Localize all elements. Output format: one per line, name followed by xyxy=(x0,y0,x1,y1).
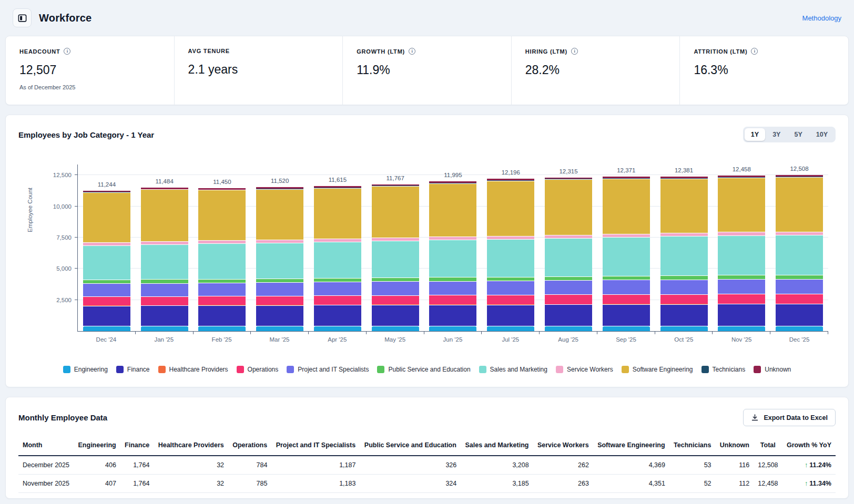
bar-segment-operations[interactable] xyxy=(372,295,419,305)
bar-segment-project-and-it-specialists[interactable] xyxy=(487,281,534,295)
stacked-bar-nov--25[interactable] xyxy=(718,176,765,331)
stacked-bar-jun--25[interactable] xyxy=(429,181,476,331)
bar-segment-operations[interactable] xyxy=(141,296,188,305)
bar-segment-software-engineering[interactable] xyxy=(314,188,361,239)
stacked-bar-mar--25[interactable] xyxy=(256,187,303,331)
range-button-5y[interactable]: 5Y xyxy=(788,128,808,141)
export-excel-button[interactable]: Export Data to Excel xyxy=(743,409,836,426)
bar-segment-operations[interactable] xyxy=(83,296,130,305)
bar-segment-operations[interactable] xyxy=(429,295,476,304)
bar-segment-public-service-and-education[interactable] xyxy=(487,277,534,281)
legend-item-project-and-it-specialists[interactable]: Project and IT Specialists xyxy=(287,366,369,373)
bar-segment-engineering[interactable] xyxy=(198,326,246,331)
info-icon[interactable]: i xyxy=(409,48,415,55)
stacked-bar-jul--25[interactable] xyxy=(487,179,534,331)
range-button-1y[interactable]: 1Y xyxy=(745,128,765,141)
bar-segment-public-service-and-education[interactable] xyxy=(545,276,592,281)
bar-segment-finance[interactable] xyxy=(776,304,823,326)
bar-segment-project-and-it-specialists[interactable] xyxy=(141,283,188,296)
legend-item-public-service-and-education[interactable]: Public Service and Education xyxy=(377,366,470,373)
bar-segment-finance[interactable] xyxy=(603,304,650,326)
bar-segment-public-service-and-education[interactable] xyxy=(141,279,188,283)
bar-segment-project-and-it-specialists[interactable] xyxy=(83,283,130,296)
bar-segment-engineering[interactable] xyxy=(372,326,419,331)
bar-segment-project-and-it-specialists[interactable] xyxy=(776,279,823,294)
bar-segment-engineering[interactable] xyxy=(429,326,476,331)
legend-item-finance[interactable]: Finance xyxy=(116,366,150,373)
bar-segment-finance[interactable] xyxy=(141,305,188,325)
bar-segment-public-service-and-education[interactable] xyxy=(198,279,246,283)
bar-segment-sales-and-marketing[interactable] xyxy=(718,235,765,275)
bar-segment-operations[interactable] xyxy=(660,294,708,304)
bar-segment-sales-and-marketing[interactable] xyxy=(487,239,534,277)
legend-item-operations[interactable]: Operations xyxy=(237,366,279,373)
bar-segment-operations[interactable] xyxy=(545,294,592,304)
bar-segment-operations[interactable] xyxy=(198,296,246,305)
bar-segment-sales-and-marketing[interactable] xyxy=(198,243,246,279)
bar-segment-software-engineering[interactable] xyxy=(198,190,246,240)
bar-segment-finance[interactable] xyxy=(83,306,130,326)
bar-segment-operations[interactable] xyxy=(314,295,361,304)
bar-segment-finance[interactable] xyxy=(487,305,534,326)
bar-segment-software-engineering[interactable] xyxy=(603,179,650,234)
bar-segment-project-and-it-specialists[interactable] xyxy=(718,279,765,294)
bar-segment-sales-and-marketing[interactable] xyxy=(603,237,650,276)
bar-segment-engineering[interactable] xyxy=(256,326,303,331)
bar-segment-software-engineering[interactable] xyxy=(83,192,130,242)
bar-segment-finance[interactable] xyxy=(429,305,476,326)
bar-segment-project-and-it-specialists[interactable] xyxy=(256,282,303,296)
bar-segment-public-service-and-education[interactable] xyxy=(429,277,476,281)
bar-segment-engineering[interactable] xyxy=(141,326,188,331)
bar-segment-engineering[interactable] xyxy=(776,326,823,331)
bar-segment-sales-and-marketing[interactable] xyxy=(429,240,476,277)
bar-segment-operations[interactable] xyxy=(256,296,303,305)
legend-item-service-workers[interactable]: Service Workers xyxy=(556,366,613,373)
bar-segment-software-engineering[interactable] xyxy=(545,179,592,235)
bar-segment-public-service-and-education[interactable] xyxy=(372,277,419,281)
bar-segment-sales-and-marketing[interactable] xyxy=(314,242,361,278)
bar-segment-finance[interactable] xyxy=(256,305,303,326)
bar-segment-software-engineering[interactable] xyxy=(372,186,419,238)
stacked-bar-sep--25[interactable] xyxy=(603,177,650,331)
bar-segment-public-service-and-education[interactable] xyxy=(660,275,708,280)
bar-segment-project-and-it-specialists[interactable] xyxy=(198,283,246,296)
bar-segment-finance[interactable] xyxy=(660,304,708,326)
bar-segment-software-engineering[interactable] xyxy=(256,189,303,240)
sidebar-toggle-button[interactable] xyxy=(13,8,32,27)
stacked-bar-jan--25[interactable] xyxy=(141,188,188,331)
legend-item-healthcare-providers[interactable]: Healthcare Providers xyxy=(158,366,228,373)
bar-segment-finance[interactable] xyxy=(372,305,419,326)
bar-segment-finance[interactable] xyxy=(545,304,592,326)
bar-segment-project-and-it-specialists[interactable] xyxy=(545,280,592,294)
stacked-bar-dec--25[interactable] xyxy=(776,175,823,331)
bar-segment-engineering[interactable] xyxy=(545,326,592,331)
info-icon[interactable]: i xyxy=(751,48,758,55)
bar-segment-software-engineering[interactable] xyxy=(487,181,534,236)
bar-segment-public-service-and-education[interactable] xyxy=(776,275,823,279)
bar-segment-finance[interactable] xyxy=(198,305,246,326)
bar-segment-sales-and-marketing[interactable] xyxy=(256,243,303,279)
bar-segment-software-engineering[interactable] xyxy=(718,178,765,232)
bar-segment-project-and-it-specialists[interactable] xyxy=(603,280,650,294)
bar-segment-sales-and-marketing[interactable] xyxy=(545,238,592,276)
legend-item-technicians[interactable]: Technicians xyxy=(702,366,746,373)
bar-segment-software-engineering[interactable] xyxy=(660,179,708,233)
legend-item-sales-and-marketing[interactable]: Sales and Marketing xyxy=(479,366,547,373)
stacked-bar-oct--25[interactable] xyxy=(660,177,708,331)
bar-segment-finance[interactable] xyxy=(718,304,765,326)
bar-segment-project-and-it-specialists[interactable] xyxy=(660,280,708,294)
bar-segment-sales-and-marketing[interactable] xyxy=(660,236,708,275)
bar-segment-software-engineering[interactable] xyxy=(429,183,476,237)
bar-segment-project-and-it-specialists[interactable] xyxy=(372,281,419,295)
methodology-link[interactable]: Methodology xyxy=(802,14,841,22)
bar-segment-operations[interactable] xyxy=(487,295,534,304)
bar-segment-public-service-and-education[interactable] xyxy=(314,278,361,282)
bar-segment-public-service-and-education[interactable] xyxy=(256,279,303,282)
range-button-10y[interactable]: 10Y xyxy=(810,128,834,141)
range-button-3y[interactable]: 3Y xyxy=(766,128,787,141)
bar-segment-engineering[interactable] xyxy=(314,326,361,331)
bar-segment-project-and-it-specialists[interactable] xyxy=(314,282,361,295)
stacked-bar-aug--25[interactable] xyxy=(545,178,592,331)
bar-segment-project-and-it-specialists[interactable] xyxy=(429,281,476,295)
bar-segment-public-service-and-education[interactable] xyxy=(718,275,765,279)
